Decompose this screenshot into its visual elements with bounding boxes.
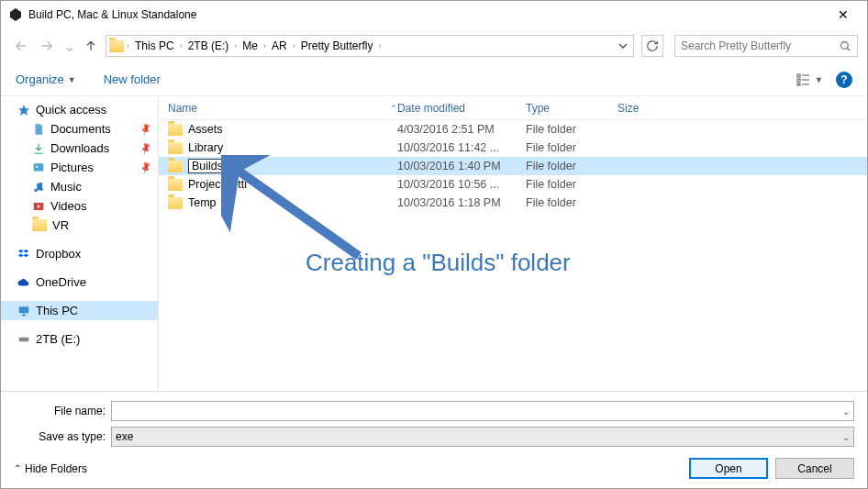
address-dropdown[interactable] (618, 41, 631, 50)
svg-rect-3 (797, 79, 800, 82)
svg-point-17 (27, 339, 28, 339)
svg-rect-15 (19, 306, 29, 313)
sidebar-item-pictures[interactable]: Pictures📌 (1, 158, 158, 177)
sort-indicator: ⌃ (390, 104, 397, 113)
cloud-icon (17, 276, 30, 289)
sidebar-item-music[interactable]: Music (1, 177, 158, 196)
folder-icon (168, 179, 183, 191)
svg-point-10 (36, 165, 38, 167)
svg-point-12 (39, 187, 43, 191)
folder-icon (108, 38, 125, 54)
folder-icon (168, 161, 183, 172)
saveas-dropdown[interactable]: exe⌄ (111, 427, 854, 447)
col-name[interactable]: Name⌃ (159, 102, 397, 115)
cancel-button[interactable]: Cancel (775, 458, 854, 479)
folder-icon (168, 197, 183, 209)
crumb-butterfly[interactable]: Pretty Butterfly (297, 39, 377, 52)
svg-rect-4 (797, 83, 800, 85)
sidebar-item-documents[interactable]: Documents📌 (1, 119, 158, 139)
sidebar-item-downloads[interactable]: Downloads📌 (1, 139, 158, 158)
list-item-selected[interactable]: Builds 10/03/2016 1:40 PM File folder (159, 157, 867, 175)
help-button[interactable]: ? (836, 72, 852, 88)
search-box[interactable]: Search Pretty Butterfly (674, 35, 858, 57)
sidebar-item-videos[interactable]: Videos (1, 196, 158, 216)
filename-input[interactable]: ⌄ (111, 401, 854, 421)
picture-icon (32, 161, 45, 174)
close-button[interactable]: ✕ (827, 4, 860, 26)
col-type[interactable]: Type (526, 102, 618, 115)
sidebar-item-dropbox[interactable]: Dropbox (1, 244, 158, 263)
address-bar[interactable]: › This PC› 2TB (E:)› Me› AR› Pretty Butt… (106, 35, 634, 57)
dropbox-icon (17, 248, 30, 261)
nav-row: ⌄ › This PC› 2TB (E:)› Me› AR› Pretty Bu… (1, 28, 867, 63)
svg-marker-0 (10, 8, 21, 21)
crumb-drive[interactable]: 2TB (E:) (184, 39, 233, 52)
bottom-panel: File name: ⌄ Save as type: exe⌄ ⌃Hide Fo… (1, 391, 867, 488)
svg-point-11 (34, 188, 38, 192)
crumb-me[interactable]: Me (239, 39, 262, 52)
folder-icon (168, 142, 183, 154)
nav-back[interactable] (10, 35, 32, 57)
music-icon (32, 181, 45, 194)
unity-icon (8, 7, 23, 22)
drive-icon (17, 333, 30, 346)
nav-recent-dropdown[interactable]: ⌄ (61, 38, 76, 55)
col-size[interactable]: Size (618, 102, 691, 115)
saveas-label: Save as type: (14, 430, 111, 443)
toolbar: Organize ▼ New folder ▼ ? (1, 63, 867, 96)
folder-icon (168, 124, 183, 136)
sidebar-quick-access[interactable]: Quick access (1, 100, 158, 119)
open-button[interactable]: Open (689, 458, 768, 479)
sidebar-item-onedrive[interactable]: OneDrive (1, 272, 158, 292)
filename-label: File name: (14, 405, 111, 417)
svg-marker-8 (18, 105, 29, 116)
sidebar-item-vr[interactable]: VR (1, 216, 158, 235)
star-icon (17, 104, 30, 117)
new-folder-button[interactable]: New folder (104, 72, 161, 86)
document-icon (32, 123, 45, 136)
folder-icon (32, 219, 47, 231)
column-headers: Name⌃ Date modified Type Size (159, 96, 867, 120)
list-item[interactable]: ProjectSetti 10/03/2016 10:56 ... File f… (159, 175, 867, 194)
sidebar-item-thispc[interactable]: This PC (1, 301, 158, 320)
svg-point-1 (841, 41, 849, 49)
list-item[interactable]: Temp 10/03/2016 1:18 PM File folder (159, 194, 867, 212)
pin-icon: 📌 (138, 141, 152, 156)
organize-menu[interactable]: Organize ▼ (16, 72, 76, 86)
search-icon (840, 40, 851, 52)
svg-rect-2 (797, 74, 800, 77)
view-options[interactable]: ▼ (796, 73, 823, 86)
refresh-button[interactable] (641, 35, 663, 57)
video-icon (32, 200, 45, 213)
crumb-ar[interactable]: AR (268, 39, 291, 52)
main-pane: Name⌃ Date modified Type Size Assets 4/0… (159, 96, 867, 391)
col-date[interactable]: Date modified (397, 102, 526, 115)
hide-folders-button[interactable]: ⌃Hide Folders (14, 462, 87, 475)
search-placeholder: Search Pretty Butterfly (681, 39, 791, 52)
svg-rect-9 (34, 163, 44, 171)
crumb-thispc[interactable]: This PC (131, 39, 178, 52)
titlebar: Build PC, Mac & Linux Standalone ✕ (1, 1, 867, 28)
monitor-icon (17, 305, 30, 317)
list-item[interactable]: Library 10/03/2016 11:42 ... File folder (159, 139, 867, 157)
window-title: Build PC, Mac & Linux Standalone (28, 8, 196, 21)
pin-icon: 📌 (138, 161, 152, 175)
list-item[interactable]: Assets 4/03/2016 2:51 PM File folder (159, 120, 867, 139)
pin-icon: 📌 (138, 122, 152, 137)
rename-input[interactable]: Builds (188, 159, 243, 173)
nav-up[interactable] (80, 35, 102, 57)
sidebar: Quick access Documents📌 Downloads📌 Pictu… (1, 96, 159, 391)
download-icon (32, 142, 45, 155)
sidebar-item-drive[interactable]: 2TB (E:) (1, 329, 158, 349)
body: Quick access Documents📌 Downloads📌 Pictu… (1, 96, 867, 391)
annotation-text: Creating a "Builds" folder (306, 249, 571, 277)
nav-forward (36, 35, 58, 57)
